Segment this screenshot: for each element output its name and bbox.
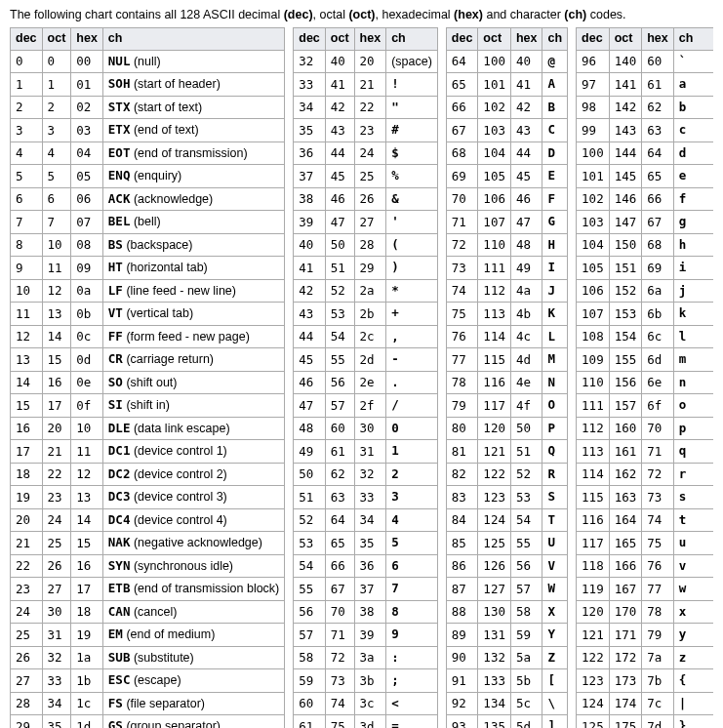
- cell-oct: 33: [42, 669, 71, 693]
- table-row: 192313DC3 (device control 3): [11, 486, 285, 509]
- cell-ch: x: [673, 600, 713, 624]
- char-desc: (start of header): [134, 77, 221, 91]
- cell-oct: 131: [478, 624, 511, 647]
- char-value: =: [391, 718, 399, 728]
- intro-text: The following chart contains all 128 ASC…: [10, 8, 713, 21]
- char-value: y: [679, 627, 687, 641]
- table-row: 901325aZ: [446, 646, 567, 669]
- cell-dec: 91: [446, 669, 478, 693]
- cell-ch: ): [386, 257, 438, 280]
- header-oct: oct: [609, 28, 642, 51]
- cell-oct: 43: [325, 119, 354, 142]
- table-row: 10314767g: [577, 211, 713, 234]
- cell-ch: EOT (end of transmission): [102, 142, 284, 165]
- char-value: L: [547, 329, 555, 344]
- cell-ch: #: [386, 119, 438, 142]
- table-row: 10515169i: [577, 257, 713, 280]
- table-row: 5670388: [294, 600, 438, 624]
- header-ch: ch: [102, 28, 284, 51]
- cell-ch: f: [673, 187, 713, 211]
- cell-dec: 92: [446, 692, 478, 715]
- cell-ch: i: [673, 257, 713, 280]
- char-value: P: [547, 421, 555, 435]
- cell-dec: 58: [294, 646, 326, 669]
- char-value: +: [391, 305, 399, 320]
- table-row: 1101SOH (start of header): [11, 73, 285, 97]
- cell-ch: .: [386, 371, 438, 394]
- cell-ch: ,: [386, 325, 438, 348]
- cell-oct: 120: [478, 417, 511, 440]
- cell-hex: 67: [642, 211, 674, 234]
- char-value: O: [547, 397, 555, 412]
- cell-hex: 21: [354, 73, 386, 97]
- char-value: T: [547, 512, 555, 527]
- char-value: $: [391, 145, 399, 160]
- char-value: 6: [391, 558, 399, 573]
- table-row: 91109HT (horizontal tab): [11, 257, 285, 280]
- cell-oct: 146: [609, 187, 642, 211]
- cell-oct: 153: [609, 303, 642, 326]
- cell-dec: 27: [11, 669, 43, 693]
- cell-oct: 125: [478, 532, 511, 555]
- cell-dec: 118: [577, 554, 610, 578]
- ascii-table-2: decocthexch6410040@6510141A6610242B67103…: [446, 27, 568, 728]
- table-row: 5163333: [294, 486, 438, 509]
- cell-hex: 22: [354, 96, 386, 119]
- char-value: I: [547, 260, 555, 274]
- cell-dec: 55: [294, 578, 326, 601]
- char-value: @: [547, 54, 555, 68]
- char-value: R: [547, 466, 555, 481]
- cell-oct: 1: [42, 73, 71, 97]
- cell-ch: z: [673, 646, 713, 669]
- cell-oct: 52: [325, 279, 354, 303]
- cell-oct: 7: [42, 211, 71, 234]
- cell-oct: 13: [42, 303, 71, 326]
- char-value: ]: [547, 718, 555, 728]
- cell-oct: 56: [325, 371, 354, 394]
- ascii-table-0: decocthexch0000NUL (null)1101SOH (start …: [10, 27, 285, 728]
- char-value: c: [679, 122, 687, 137]
- cell-ch: C: [542, 119, 568, 142]
- cell-dec: 24: [11, 600, 43, 624]
- cell-hex: 4f: [510, 394, 542, 418]
- cell-dec: 77: [446, 348, 478, 372]
- cell-ch: ;: [386, 669, 438, 693]
- cell-oct: 154: [609, 325, 642, 348]
- cell-dec: 81: [446, 440, 478, 464]
- cell-hex: 65: [642, 165, 674, 188]
- table-row: 364424$: [294, 142, 438, 165]
- cell-ch: LF (line feed - new line): [102, 279, 284, 303]
- cell-dec: 52: [294, 508, 326, 532]
- cell-oct: 156: [609, 371, 642, 394]
- char-value: .: [391, 375, 399, 389]
- char-value: -: [391, 351, 399, 366]
- char-value: n: [679, 375, 687, 389]
- cell-oct: 145: [609, 165, 642, 188]
- char-desc: (horizontal tab): [126, 261, 207, 274]
- cell-hex: 04: [71, 142, 103, 165]
- cell-dec: 19: [11, 486, 43, 509]
- cell-dec: 80: [446, 417, 478, 440]
- cell-hex: 00: [71, 50, 103, 73]
- cell-oct: 45: [325, 165, 354, 188]
- cell-dec: 12: [11, 325, 43, 348]
- table-row: 27331bESC (escape): [11, 669, 285, 693]
- cell-ch: J: [542, 279, 568, 303]
- cell-dec: 89: [446, 624, 478, 647]
- table-row: 8312353S: [446, 486, 567, 509]
- cell-hex: 12: [71, 463, 103, 486]
- cell-dec: 107: [577, 303, 610, 326]
- cell-hex: 6a: [642, 279, 674, 303]
- cell-ch: *: [386, 279, 438, 303]
- cell-oct: 140: [609, 50, 642, 73]
- cell-hex: 6c: [642, 325, 674, 348]
- table-row: 8412454T: [446, 508, 567, 532]
- char-desc: (end of text): [134, 123, 199, 137]
- cell-dec: 90: [446, 646, 478, 669]
- cell-dec: 7: [11, 211, 43, 234]
- cell-hex: 38: [354, 600, 386, 624]
- cell-ch: v: [673, 554, 713, 578]
- table-row: 4961311: [294, 440, 438, 464]
- cell-oct: 130: [478, 600, 511, 624]
- cell-dec: 75: [446, 303, 478, 326]
